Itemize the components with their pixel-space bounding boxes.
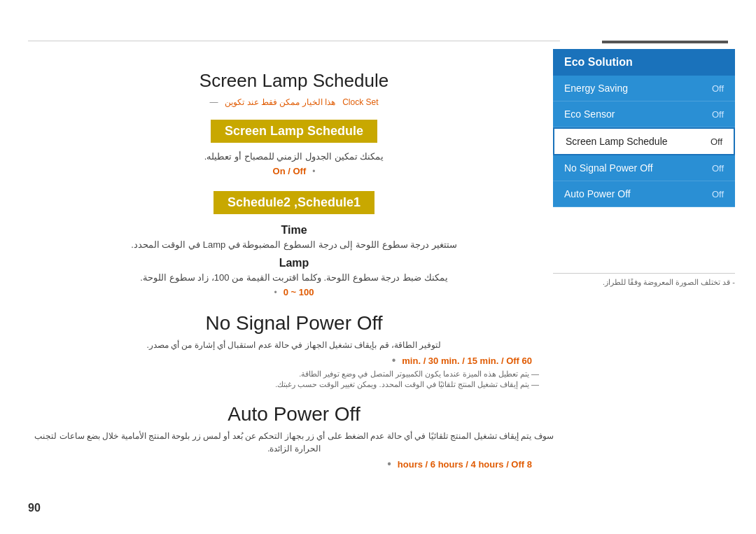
top-right-bar bbox=[602, 41, 728, 43]
section2-title: No Signal Power Off bbox=[28, 312, 560, 335]
on-off-label: On / Off bbox=[273, 166, 307, 176]
screen-lamp-label: Screen Lamp Schedule bbox=[566, 136, 668, 147]
section2-arabic: لتوفير الطاقة، قم بإيقاف تشغيل الجهاز في… bbox=[28, 339, 560, 351]
energy-saving-value: Off bbox=[712, 83, 724, 94]
eco-sensor-label: Eco Sensor bbox=[564, 108, 615, 120]
page-number: 90 bbox=[28, 502, 41, 514]
section2-note1: يتم تعطيل هذه الميزة عندما يكون الكمبيوت… bbox=[28, 370, 560, 379]
section2-note2: يتم إيقاف تشغيل المنتج تلقائيًا في الوقت… bbox=[28, 380, 560, 389]
time-subsection: Time ستتغير درجة سطوع اللوحة إلى درجة ال… bbox=[28, 224, 560, 250]
sidebar-item-energy-saving[interactable]: Energy Saving Off bbox=[553, 76, 735, 101]
highlight-box1-wrapper: Screen Lamp Schedule bbox=[28, 120, 560, 151]
sidebar-header: Eco Solution bbox=[553, 49, 735, 76]
highlight-box1: Screen Lamp Schedule bbox=[211, 120, 377, 143]
section3-arabic: سوف يتم إيقاف تشغيل المنتج تلقائيًا في أ… bbox=[28, 430, 560, 455]
lamp-subsection: Lamp يمكنك ضبط درجة سطوع اللوحة. وكلما ا… bbox=[28, 257, 560, 298]
sidebar-item-screen-lamp[interactable]: Screen Lamp Schedule Off bbox=[553, 127, 735, 155]
highlight-box2-wrapper: Schedule2 ,Schedule1 bbox=[28, 184, 560, 224]
clock-note-link: Clock Set bbox=[342, 97, 378, 107]
section2-options: 60 min. / 30 min. / 15 min. / Off bbox=[402, 356, 532, 366]
auto-power-label: Auto Power Off bbox=[564, 188, 631, 199]
screen-lamp-value: Off bbox=[710, 136, 722, 147]
section3-title: Auto Power Off bbox=[28, 403, 560, 426]
time-arabic: ستتغير درجة سطوع اللوحة إلى درجة السطوع … bbox=[28, 239, 560, 250]
highlight-box2: Schedule2 ,Schedule1 bbox=[214, 191, 374, 214]
clock-note-arabic: هذا الخيار ممكن فقط عند تكوين bbox=[225, 97, 335, 107]
lamp-arabic: يمكنك ضبط درجة سطوع اللوحة. وكلما اقتربت… bbox=[28, 272, 560, 283]
clock-note: Clock Set هذا الخيار ممكن فقط عند تكوين … bbox=[28, 97, 560, 107]
section1-arabic-desc: يمكنك تمكين الجدول الزمني للمصباح أو تعط… bbox=[28, 151, 560, 162]
eco-sensor-value: Off bbox=[712, 109, 724, 120]
time-title: Time bbox=[28, 224, 560, 237]
top-line bbox=[28, 41, 560, 41]
lamp-title: Lamp bbox=[28, 257, 560, 269]
section3-options: 8 hours / 6 hours / 4 hours / Off bbox=[398, 459, 532, 470]
sidebar-item-auto-power[interactable]: Auto Power Off Off bbox=[553, 181, 735, 207]
section1-title: Screen Lamp Schedule bbox=[28, 70, 560, 92]
main-content: Screen Lamp Schedule Clock Set هذا الخيا… bbox=[28, 49, 560, 492]
sidebar: Eco Solution Energy Saving Off Eco Senso… bbox=[553, 49, 735, 207]
auto-power-value: Off bbox=[712, 189, 724, 199]
lamp-range: 100 ~ 0 bbox=[284, 287, 314, 297]
no-signal-value: Off bbox=[712, 163, 724, 174]
energy-saving-label: Energy Saving bbox=[564, 83, 628, 94]
no-signal-label: No Signal Power Off bbox=[564, 162, 653, 174]
sidebar-note: قد تختلف الصورة المعروضة وفقًا للطراز. bbox=[553, 273, 735, 287]
sidebar-item-no-signal[interactable]: No Signal Power Off Off bbox=[553, 155, 735, 181]
sidebar-item-eco-sensor[interactable]: Eco Sensor Off bbox=[553, 101, 735, 127]
